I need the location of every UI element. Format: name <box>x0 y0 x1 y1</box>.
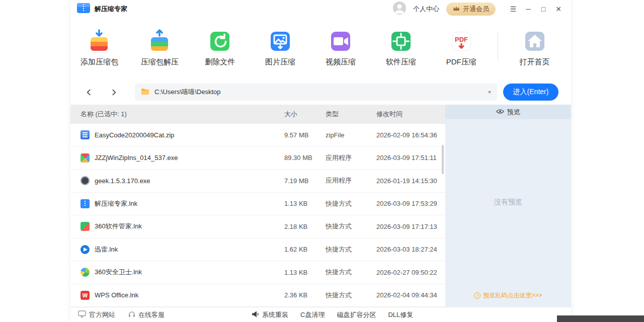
file-size: 7.19 MB <box>284 177 326 185</box>
crown-icon <box>453 6 460 13</box>
file-size: 89.30 MB <box>284 154 326 162</box>
file-list: 名称 (已选中: 1) 大小 类型 修改时间 EasyCode20200049C… <box>70 105 445 307</box>
preview-panel: 预览 没有预览 ? 预览乱码点击这里>>> <box>445 105 571 307</box>
avatar[interactable] <box>393 2 406 17</box>
content: 名称 (已选中: 1) 大小 类型 修改时间 EasyCode20200049C… <box>70 105 571 307</box>
table-row[interactable]: EasyCode20200049Cat.zip 9.57 MB zipFile … <box>70 124 445 147</box>
file-type: 应用程序 <box>326 153 376 163</box>
back-button[interactable] <box>80 84 97 100</box>
header-size[interactable]: 大小 <box>284 110 326 119</box>
geek-exe-icon <box>80 176 90 185</box>
preview-garbled-link[interactable]: ? 预览乱码点击这里>>> <box>445 291 571 300</box>
statusbar: 官方网站 在线客服 <box>70 307 571 322</box>
file-modified: 2026-02-04 09:44:34 <box>376 291 445 299</box>
enter-button[interactable]: 进入(Enter) <box>503 84 558 101</box>
toolbar: 添加压缩包 压缩包解压 <box>70 18 571 79</box>
toolbar-item-label: 软件压缩 <box>386 57 416 67</box>
disk-expand-link[interactable]: 磁盘扩容分区 <box>337 310 376 319</box>
menu-icon[interactable]: ☰ <box>507 3 520 16</box>
c-drive-clean-label: C盘清理 <box>300 310 325 319</box>
360-safe-icon <box>80 268 90 277</box>
online-support-link[interactable]: 在线客服 <box>128 310 165 319</box>
table-row[interactable]: geek.1.5.3.170.exe 7.19 MB 应用程序 2026-01-… <box>70 170 445 193</box>
video-compress-icon <box>329 29 353 53</box>
open-vip-button[interactable]: 开通会员 <box>446 3 496 16</box>
toolbar-item-software-compress[interactable]: 软件压缩 <box>377 29 425 67</box>
file-modified: 2026-03-03 18:27:24 <box>376 246 445 253</box>
preview-title: 预览 <box>507 108 520 117</box>
close-icon[interactable]: ✕ <box>552 3 565 16</box>
app-shortcut-icon <box>80 199 90 208</box>
file-modified: 2026-03-09 17:17:13 <box>376 223 445 230</box>
file-name: 360软件管家.lnk <box>95 222 142 231</box>
file-modified: 2026-03-09 17:51:11 <box>376 154 445 162</box>
extract-archive-icon <box>147 29 172 53</box>
file-type: 快捷方式 <box>326 199 376 208</box>
maximize-icon[interactable]: □ <box>537 3 550 16</box>
headset-icon <box>128 311 135 319</box>
megaphone-icon <box>252 311 259 319</box>
c-drive-clean-link[interactable]: C盘清理 <box>300 310 325 319</box>
toolbar-divider <box>498 31 498 60</box>
installer-exe-icon <box>80 153 90 163</box>
toolbar-item-label: 删除文件 <box>205 57 235 67</box>
forward-button[interactable] <box>106 84 122 100</box>
table-row[interactable]: 360安全卫士.lnk 1.13 KB 快捷方式 2026-02-27 09:5… <box>70 261 445 284</box>
toolbar-item-add-archive[interactable]: 添加压缩包 <box>75 29 123 67</box>
path-dropdown-icon[interactable]: ▾ <box>488 89 491 96</box>
app-logo-icon <box>76 2 91 16</box>
list-scrollbar[interactable] <box>442 145 444 174</box>
add-archive-icon <box>87 29 111 53</box>
header-type[interactable]: 类型 <box>326 110 376 119</box>
preview-garbled-text: 预览乱码点击这里>>> <box>483 291 542 300</box>
file-size: 1.62 KB <box>284 246 326 253</box>
svg-text:PDF: PDF <box>455 36 468 43</box>
home-icon <box>523 29 547 53</box>
path-input[interactable]: C:\Users\喵喵\Desktop ▾ <box>135 84 497 101</box>
online-support-label: 在线客服 <box>138 310 165 319</box>
toolbar-item-label: 添加压缩包 <box>80 57 118 67</box>
system-reinstall-link[interactable]: 系统重装 <box>252 310 288 319</box>
toolbar-item-pdf-compress[interactable]: PDF PDF压缩 <box>437 29 485 67</box>
dll-repair-label: DLL修复 <box>388 310 413 319</box>
file-size: 2.36 KB <box>284 291 326 299</box>
file-type: zipFile <box>326 131 376 139</box>
toolbar-item-image-compress[interactable]: 图片压缩 <box>257 29 304 67</box>
file-type: 快捷方式 <box>326 245 376 254</box>
table-row[interactable]: 迅雷.lnk 1.62 KB 快捷方式 2026-03-03 18:27:24 <box>70 238 445 262</box>
titlebar: 解压缩专家 个人中心 开通会员 ☰ <box>70 0 571 18</box>
background-window-fragment <box>557 315 644 322</box>
file-modified: 2026-03-09 17:53:29 <box>376 200 445 207</box>
table-row[interactable]: 360软件管家.lnk 2.18 KB 快捷方式 2026-03-09 17:1… <box>70 215 445 238</box>
dll-repair-link[interactable]: DLL修复 <box>388 310 413 319</box>
table-row[interactable]: 解压缩专家.lnk 1.13 KB 快捷方式 2026-03-09 17:53:… <box>70 193 445 216</box>
official-site-link[interactable]: 官方网站 <box>78 310 115 319</box>
monitor-icon <box>78 310 86 319</box>
minimize-icon[interactable]: ─ <box>522 3 535 16</box>
toolbar-item-label: PDF压缩 <box>446 57 476 67</box>
toolbar-item-delete-files[interactable]: 删除文件 <box>196 29 244 67</box>
user-center-link[interactable]: 个人中心 <box>413 5 439 14</box>
360-soft-icon <box>80 222 90 231</box>
app-title: 解压缩专家 <box>95 5 127 14</box>
file-name: 迅雷.lnk <box>95 245 118 254</box>
header-modified[interactable]: 修改时间 <box>376 110 445 119</box>
eye-icon <box>496 108 504 116</box>
file-type: 快捷方式 <box>326 268 376 277</box>
pdf-compress-icon: PDF <box>449 29 473 53</box>
preview-empty-text: 没有预览 <box>445 198 571 207</box>
table-row[interactable]: JZZjWinZipIns_014_537.exe 89.30 MB 应用程序 … <box>70 147 445 170</box>
official-site-label: 官方网站 <box>89 310 115 319</box>
toolbar-item-extract-archive[interactable]: 压缩包解压 <box>136 29 184 67</box>
file-name: JZZjWinZipIns_014_537.exe <box>95 154 178 162</box>
table-row[interactable]: WPS Office.lnk 2.36 KB 快捷方式 2026-02-04 0… <box>70 284 445 307</box>
folder-icon <box>141 88 149 97</box>
software-compress-icon <box>389 29 413 53</box>
system-reinstall-label: 系统重装 <box>262 310 288 319</box>
wps-icon <box>80 291 90 300</box>
file-name: WPS Office.lnk <box>95 291 138 299</box>
toolbar-item-video-compress[interactable]: 视频压缩 <box>317 29 365 67</box>
file-size: 1.13 KB <box>284 269 326 276</box>
header-name[interactable]: 名称 (已选中: 1) <box>70 110 284 119</box>
toolbar-item-open-home[interactable]: 打开首页 <box>511 29 558 67</box>
